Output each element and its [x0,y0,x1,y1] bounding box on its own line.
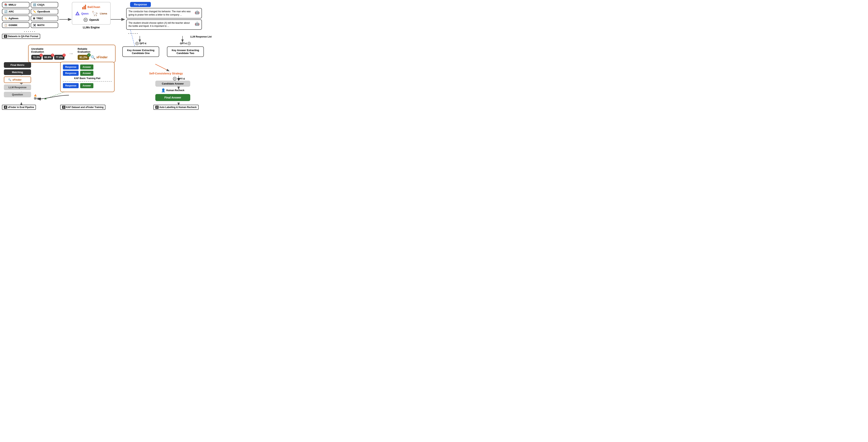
key-answer-text-two: Key Answer Extracting Candidate Two [172,49,199,55]
pipeline-section: Final Metric Matching 🔍 xFinder LLM Resp… [2,62,31,97]
datasets-section: 📚 MMLU 🔢 CSQA 🔄 ARC ✏️ OpenBook 🏷️ AgNew… [2,2,58,39]
kaf-row-3: Response Answer [63,83,112,88]
pct-row: 72.3% ? 80.9% ? 77.0% ? [31,55,64,60]
pipeline-flow: Final Metric Matching 🔍 xFinder LLM Resp… [4,62,31,97]
section-2-label: 2 Auto Labelling & Human Recheck [153,105,198,110]
pct-badge-1: 72.3% ? [31,55,41,60]
human-recheck-row: 👤 Human Recheck [161,88,184,92]
response-box-2: The student should choose option (A) tel… [126,20,202,30]
section-3-num: 3 [62,106,65,109]
gpt4-row-two: GPT-4 [180,42,191,45]
response-dots: ...... [128,31,214,35]
llms-engine-section: BaiChuan Qwen 🦙 Llama OpenAI [72,2,111,29]
math-label: MATH [37,24,44,27]
llama-icon: 🦙 [92,10,98,17]
gsm8k-icon: 📋 [4,24,7,27]
response-text-2: The student should choose option (A) tel… [128,21,193,28]
kaf-response-3: Response [63,83,79,88]
dataset-math: ✖️ MATH [31,22,58,28]
human-icon: 👤 [161,88,165,92]
dataset-mmlu: 📚 MMLU [2,2,30,7]
section-2-text: Auto Labelling & Human Recheck [159,106,197,109]
xfinder-search-icon: 🔍 [8,78,11,81]
dataset-dots: ...... [2,29,58,33]
unreliable-title: UnreliableEvaluation [31,48,64,53]
xfinder-box: 🔍 xFinder [4,77,31,83]
reliable-pct-badge: 81.2% ✓ [78,55,89,60]
robot-icon-2: 🤖 [195,21,199,26]
self-consistency-section: Self-Consistency Strategy [128,72,204,75]
openai-icon-one [135,42,139,45]
openai-label: OpenAI [89,18,99,21]
llama-label: Llama [100,12,107,15]
xfinder-label: xFinder [96,56,107,59]
final-metric-box: Final Metric [4,62,31,68]
section-4-text: xFinder in Eval Pipeline [8,106,34,109]
svg-point-22 [173,77,177,81]
kaf-response-1: Response [63,64,79,69]
datasets-section-text: Datasets in QA-Pair Format [8,35,38,38]
llm-response-box: LLM Response [4,85,31,90]
mmlu-label: MMLU [8,3,16,6]
candidate-one-col: GPT-4 Key Answer Extracting Candidate On… [122,42,159,57]
gpt4-row-one: GPT-4 [135,42,146,45]
section-2-num: 2 [155,106,159,109]
openai-icon [84,18,88,22]
response-box-1: The conductor has changed his behavior. … [126,8,202,19]
kaf-row-2: Response Answer [63,71,112,76]
dataset-arc: 🔄 ARC [2,9,30,14]
openai-icon-mid [173,77,177,81]
main-container: 📚 MMLU 🔢 CSQA 🔄 ARC ✏️ OpenBook 🏷️ AgNew… [0,0,217,111]
qlora-label: 🔥 QLora [34,94,41,100]
llm-response-label: LLM Response List [126,35,212,38]
eval-arrow: → [68,48,74,60]
openai-row: OpenAI [84,18,99,22]
math-icon: ✖️ [33,24,36,27]
gpt4-label-two: GPT-4 [180,42,187,45]
dataset-openbook: ✏️ OpenBook [31,9,58,14]
key-answer-box-one: Key Answer Extracting Candidate One [122,47,159,57]
baichuan-row: BaiChuan [82,5,100,9]
datasets-section-num: 1 [4,35,7,38]
dataset-gsm8k: 📋 GSM8K [2,22,30,28]
response-section: Response The conductor has changed his b… [126,2,214,39]
eval-box: UnreliableEvaluation 72.3% ? 80.9% ? 77.… [28,45,116,63]
reliable-title: ReliableEvaluation [78,48,108,53]
question-mark-1: ? [40,54,43,57]
section-4-num: 4 [4,106,7,109]
csqa-icon: 🔢 [33,3,36,6]
matching-box: Matching [4,69,31,75]
baichuan-label: BaiChuan [88,5,100,8]
kaf-answer-2: Answer [80,71,93,76]
qwen-label: Qwen [81,12,89,15]
qwen-icon [75,11,80,16]
trec-icon: ⊞ [33,17,35,20]
gsm8k-label: GSM8K [8,24,18,27]
llms-title: LLMs Engine [72,26,111,29]
kaf-row-1: Response Answer [63,64,112,69]
final-answer-box: Final Answer [155,94,190,101]
kaf-section: Response Answer Response Answer KAF Basi… [60,62,115,92]
robot-icon-1: 🤖 [195,10,199,14]
key-answer-box-two: Key Answer Extracting Candidate Two [167,47,204,57]
qwen-llama-row: Qwen 🦙 Llama [75,10,107,17]
section-3-label: 3 KAF Dataset and xFinder Training [60,105,105,110]
agnews-icon: 🏷️ [4,17,7,20]
fire-icon: 🔥 [34,94,37,97]
kaf-title: KAF Basic Training Pair [63,77,112,80]
check-mark: ✓ [87,53,91,57]
key-answer-text-one: Key Answer Extracting Candidate One [127,49,154,55]
kaf-answer-3: Answer [80,83,93,88]
eval-reliable: ReliableEvaluation 81.2% ✓ 🔍 xFinder [78,48,108,60]
gpt4-label-one: GPT-4 [140,42,146,45]
xfinder-brand: 🔍 xFinder [91,55,107,60]
llms-box: BaiChuan Qwen 🦙 Llama OpenAI [72,2,111,25]
gpt4-middle: GPT-4 [173,77,185,81]
eval-content: UnreliableEvaluation 72.3% ? 80.9% ? 77.… [31,48,113,60]
trec-label: TREC [36,17,43,20]
dataset-agnews: 🏷️ AgNews [2,16,30,21]
openai-icon-two [187,42,191,45]
question-mark-2: ? [51,54,54,57]
kaf-response-2: Response [63,71,79,76]
human-recheck-label: Human Recheck [166,89,184,92]
